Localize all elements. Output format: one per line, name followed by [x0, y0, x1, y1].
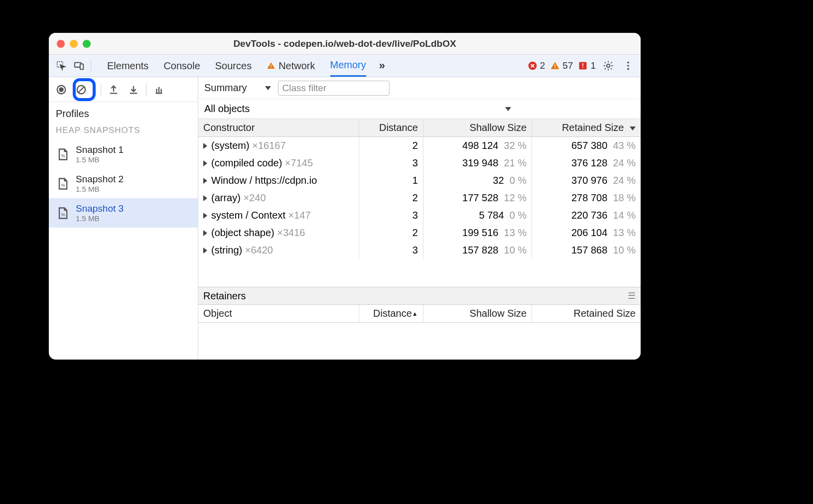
tab-console[interactable]: Console — [163, 55, 200, 77]
main-panel: Summary All objects Constructor Distance… — [198, 77, 641, 360]
svg-text:%: % — [61, 212, 65, 217]
tutorial-highlight — [73, 78, 96, 101]
issues-badge[interactable]: 1 — [578, 60, 596, 71]
retainers-label: Retainers — [203, 290, 246, 302]
table-row[interactable]: (compiled code) ×7145 3 319 948 21 % 376… — [198, 154, 641, 172]
tab-sources[interactable]: Sources — [215, 55, 252, 77]
expand-icon[interactable] — [203, 143, 207, 149]
snapshot-name: Snapshot 2 — [76, 174, 124, 185]
more-tabs-icon[interactable]: » — [379, 59, 385, 72]
tab-memory[interactable]: Memory — [330, 55, 366, 77]
ret-col-shallow[interactable]: Shallow Size — [423, 305, 532, 323]
warnings-count: 57 — [562, 60, 573, 71]
window-title: DevTools - codepen.io/web-dot-dev/live/P… — [49, 38, 641, 49]
object-filter-bar[interactable]: All objects — [198, 99, 641, 119]
summary-dropdown[interactable]: Summary — [204, 82, 271, 94]
filter-bar: Summary — [198, 77, 641, 99]
col-distance[interactable]: Distance — [359, 119, 423, 137]
tab-network-label: Network — [278, 60, 315, 72]
tab-network[interactable]: Network — [267, 55, 315, 77]
errors-badge[interactable]: 2 — [528, 60, 545, 71]
profiles-heading: Profiles — [49, 102, 198, 124]
snapshot-size: 1.5 MB — [76, 155, 124, 164]
toolbar-right: 2 57 1 — [528, 58, 636, 73]
gc-button[interactable] — [150, 81, 167, 98]
svg-rect-6 — [554, 65, 555, 67]
kebab-icon[interactable] — [621, 58, 636, 73]
class-filter-input[interactable] — [278, 81, 390, 96]
sidebar: Profiles HEAP SNAPSHOTS % Snapshot 11.5 … — [49, 77, 198, 360]
zoom-icon[interactable] — [83, 40, 91, 48]
svg-text:%: % — [61, 153, 65, 158]
svg-rect-7 — [554, 67, 555, 68]
constructors-table: Constructor Distance Shallow Size Retain… — [198, 119, 641, 287]
svg-rect-3 — [271, 65, 271, 67]
svg-point-14 — [627, 68, 629, 70]
download-button[interactable] — [125, 81, 142, 98]
svg-rect-10 — [583, 67, 584, 68]
svg-text:%: % — [61, 182, 65, 187]
col-constructor[interactable]: Constructor — [198, 119, 359, 137]
dropdown-icon — [265, 86, 271, 90]
table-row[interactable]: (array) ×240 2 177 528 12 % 278 708 18 % — [198, 189, 641, 207]
tab-elements[interactable]: Elements — [107, 55, 148, 77]
close-icon[interactable] — [57, 40, 65, 48]
col-retained[interactable]: Retained Size — [532, 119, 641, 137]
ret-col-object[interactable]: Object — [198, 305, 359, 323]
file-icon: % — [56, 177, 70, 191]
sort-desc-icon — [630, 126, 636, 130]
upload-button[interactable] — [105, 81, 122, 98]
dropdown-icon — [505, 107, 511, 111]
snapshot-name: Snapshot 1 — [76, 144, 124, 155]
file-icon: % — [56, 147, 70, 161]
expand-icon[interactable] — [203, 178, 207, 184]
snapshot-size: 1.5 MB — [76, 214, 124, 223]
heap-snapshots-heading: HEAP SNAPSHOTS — [49, 124, 198, 139]
issues-count: 1 — [590, 60, 596, 71]
expand-icon[interactable] — [203, 195, 207, 201]
warnings-badge[interactable]: 57 — [550, 60, 573, 71]
expand-icon[interactable] — [203, 248, 207, 253]
record-button[interactable] — [53, 81, 70, 98]
inspect-icon[interactable] — [54, 58, 69, 73]
device-icon[interactable] — [72, 58, 87, 73]
snapshot-item[interactable]: % Snapshot 11.5 MB — [49, 139, 198, 169]
menu-icon[interactable]: ☰ — [628, 290, 636, 301]
sort-asc-icon: ▲ — [412, 310, 418, 317]
table-row[interactable]: (string) ×6420 3 157 828 10 % 157 868 10… — [198, 242, 641, 259]
table-row[interactable]: system / Context ×147 3 5 784 0 % 220 73… — [198, 207, 641, 224]
svg-point-12 — [627, 62, 629, 64]
panel-tabs: Elements Console Sources Network Memory — [107, 55, 366, 77]
snapshot-size: 1.5 MB — [76, 185, 124, 193]
table-row[interactable]: Window / https://cdpn.io 1 32 0 % 370 97… — [198, 172, 641, 189]
svg-rect-9 — [583, 63, 584, 66]
all-objects-label: All objects — [204, 103, 250, 115]
minimize-icon[interactable] — [70, 40, 78, 48]
retainers-header[interactable]: Retainers ☰ — [198, 287, 641, 305]
ret-col-retained[interactable]: Retained Size — [532, 305, 641, 323]
devtools-window: DevTools - codepen.io/web-dot-dev/live/P… — [49, 33, 641, 360]
svg-point-13 — [627, 65, 629, 67]
table-row[interactable]: (object shape) ×3416 2 199 516 13 % 206 … — [198, 224, 641, 242]
expand-icon[interactable] — [203, 230, 207, 236]
main-toolbar: Elements Console Sources Network Memory … — [49, 55, 641, 77]
errors-count: 2 — [540, 60, 545, 71]
settings-icon[interactable] — [601, 58, 616, 73]
titlebar: DevTools - codepen.io/web-dot-dev/live/P… — [49, 33, 641, 55]
svg-point-11 — [607, 64, 610, 67]
window-controls — [57, 40, 91, 48]
svg-rect-2 — [80, 64, 83, 69]
retainers-empty — [198, 323, 641, 360]
snapshot-name: Snapshot 3 — [76, 203, 124, 214]
snapshot-item[interactable]: % Snapshot 21.5 MB — [49, 169, 198, 198]
expand-icon[interactable] — [203, 160, 207, 166]
file-icon: % — [56, 206, 70, 220]
expand-icon[interactable] — [203, 213, 207, 219]
ret-col-distance[interactable]: Distance▲ — [359, 305, 423, 323]
profile-toolbar — [49, 77, 198, 102]
svg-rect-4 — [271, 67, 271, 68]
table-row[interactable]: (system) ×16167 2 498 124 32 % 657 380 4… — [198, 137, 641, 155]
svg-point-16 — [59, 88, 63, 91]
snapshot-item[interactable]: % Snapshot 31.5 MB — [49, 198, 198, 228]
col-shallow[interactable]: Shallow Size — [423, 119, 532, 137]
